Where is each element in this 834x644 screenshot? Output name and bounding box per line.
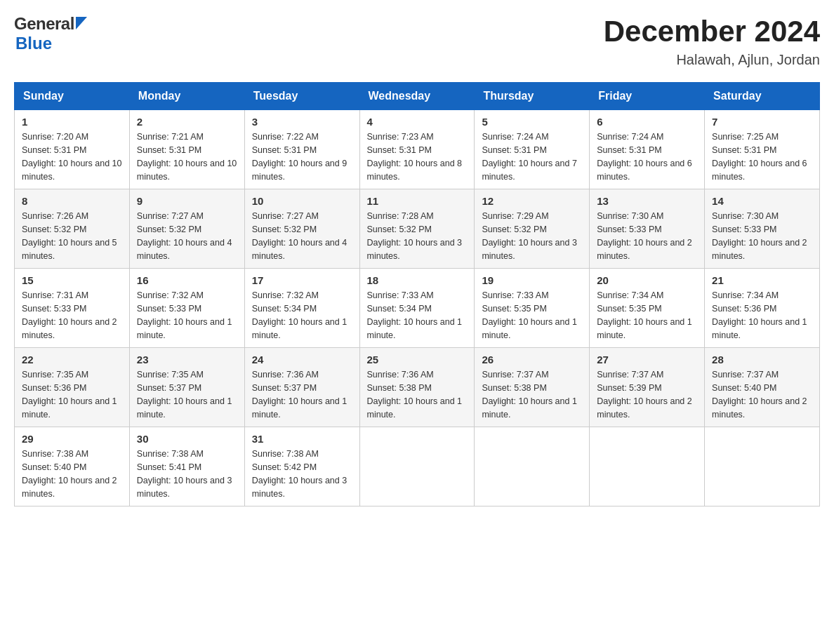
day-cell-21: 21 Sunrise: 7:34 AMSunset: 5:36 PMDaylig… [705, 269, 820, 348]
day-info: Sunrise: 7:26 AMSunset: 5:32 PMDaylight:… [22, 210, 122, 262]
day-number: 19 [482, 274, 582, 286]
day-number: 13 [597, 195, 697, 207]
day-cell-26: 26 Sunrise: 7:37 AMSunset: 5:38 PMDaylig… [475, 348, 590, 427]
day-info: Sunrise: 7:36 AMSunset: 5:38 PMDaylight:… [367, 368, 468, 421]
day-number: 26 [482, 354, 582, 365]
day-cell-27: 27 Sunrise: 7:37 AMSunset: 5:39 PMDaylig… [590, 348, 705, 427]
day-number: 10 [252, 195, 352, 207]
day-cell-11: 11 Sunrise: 7:28 AMSunset: 5:32 PMDaylig… [359, 189, 475, 269]
day-info: Sunrise: 7:33 AMSunset: 5:34 PMDaylight:… [367, 289, 468, 342]
header-cell-saturday: Saturday [705, 83, 820, 110]
day-cell-30: 30 Sunrise: 7:38 AMSunset: 5:41 PMDaylig… [129, 427, 244, 507]
logo-blue-text: Blue [15, 34, 52, 53]
day-cell-16: 16 Sunrise: 7:32 AMSunset: 5:33 PMDaylig… [129, 269, 244, 348]
header-cell-wednesday: Wednesday [359, 83, 475, 110]
day-cell-7: 7 Sunrise: 7:25 AMSunset: 5:31 PMDayligh… [705, 110, 820, 189]
day-info: Sunrise: 7:24 AMSunset: 5:31 PMDaylight:… [597, 130, 697, 183]
day-info: Sunrise: 7:28 AMSunset: 5:32 PMDaylight:… [367, 210, 468, 262]
day-cell-4: 4 Sunrise: 7:23 AMSunset: 5:31 PMDayligh… [359, 110, 475, 189]
day-number: 5 [482, 116, 582, 128]
day-info: Sunrise: 7:38 AMSunset: 5:41 PMDaylight:… [137, 448, 237, 500]
day-cell-18: 18 Sunrise: 7:33 AMSunset: 5:34 PMDaylig… [359, 269, 475, 348]
empty-cell [590, 427, 705, 507]
day-cell-5: 5 Sunrise: 7:24 AMSunset: 5:31 PMDayligh… [475, 110, 590, 189]
day-cell-24: 24 Sunrise: 7:36 AMSunset: 5:37 PMDaylig… [244, 348, 359, 427]
day-info: Sunrise: 7:37 AMSunset: 5:38 PMDaylight:… [482, 368, 582, 421]
day-number: 31 [252, 433, 352, 445]
header-cell-thursday: Thursday [475, 83, 590, 110]
day-info: Sunrise: 7:37 AMSunset: 5:39 PMDaylight:… [597, 368, 697, 421]
day-number: 16 [137, 274, 237, 286]
day-number: 9 [137, 195, 237, 207]
day-number: 3 [252, 116, 352, 128]
header-cell-sunday: Sunday [15, 83, 130, 110]
calendar-title: December 2024 [604, 14, 820, 49]
day-cell-20: 20 Sunrise: 7:34 AMSunset: 5:35 PMDaylig… [590, 269, 705, 348]
day-cell-3: 3 Sunrise: 7:22 AMSunset: 5:31 PMDayligh… [244, 110, 359, 189]
day-info: Sunrise: 7:21 AMSunset: 5:31 PMDaylight:… [137, 130, 237, 183]
day-cell-23: 23 Sunrise: 7:35 AMSunset: 5:37 PMDaylig… [129, 348, 244, 427]
day-cell-25: 25 Sunrise: 7:36 AMSunset: 5:38 PMDaylig… [359, 348, 475, 427]
day-cell-2: 2 Sunrise: 7:21 AMSunset: 5:31 PMDayligh… [129, 110, 244, 189]
day-info: Sunrise: 7:34 AMSunset: 5:35 PMDaylight:… [597, 289, 697, 342]
week-row-3: 15 Sunrise: 7:31 AMSunset: 5:33 PMDaylig… [15, 269, 820, 348]
week-row-2: 8 Sunrise: 7:26 AMSunset: 5:32 PMDayligh… [15, 189, 820, 269]
day-number: 2 [137, 116, 237, 128]
day-number: 21 [712, 274, 812, 286]
day-info: Sunrise: 7:25 AMSunset: 5:31 PMDaylight:… [712, 130, 812, 183]
day-cell-14: 14 Sunrise: 7:30 AMSunset: 5:33 PMDaylig… [705, 189, 820, 269]
day-info: Sunrise: 7:30 AMSunset: 5:33 PMDaylight:… [597, 210, 697, 262]
day-info: Sunrise: 7:27 AMSunset: 5:32 PMDaylight:… [137, 210, 237, 262]
header-cell-monday: Monday [129, 83, 244, 110]
logo-general-text: General [14, 14, 74, 34]
day-number: 18 [367, 274, 468, 286]
day-cell-9: 9 Sunrise: 7:27 AMSunset: 5:32 PMDayligh… [129, 189, 244, 269]
day-number: 1 [22, 116, 122, 128]
day-number: 29 [22, 433, 122, 445]
day-info: Sunrise: 7:32 AMSunset: 5:33 PMDaylight:… [137, 289, 237, 342]
day-cell-31: 31 Sunrise: 7:38 AMSunset: 5:42 PMDaylig… [244, 427, 359, 507]
day-info: Sunrise: 7:30 AMSunset: 5:33 PMDaylight:… [712, 210, 812, 262]
day-number: 11 [367, 195, 468, 207]
calendar-table: SundayMondayTuesdayWednesdayThursdayFrid… [14, 82, 820, 507]
header-row: SundayMondayTuesdayWednesdayThursdayFrid… [15, 83, 820, 110]
day-cell-1: 1 Sunrise: 7:20 AMSunset: 5:31 PMDayligh… [15, 110, 130, 189]
page-header: General Blue December 2024 Halawah, Ajlu… [14, 14, 820, 68]
day-info: Sunrise: 7:38 AMSunset: 5:40 PMDaylight:… [22, 448, 122, 500]
week-row-5: 29 Sunrise: 7:38 AMSunset: 5:40 PMDaylig… [15, 427, 820, 507]
day-cell-6: 6 Sunrise: 7:24 AMSunset: 5:31 PMDayligh… [590, 110, 705, 189]
day-cell-12: 12 Sunrise: 7:29 AMSunset: 5:32 PMDaylig… [475, 189, 590, 269]
day-number: 17 [252, 274, 352, 286]
day-info: Sunrise: 7:22 AMSunset: 5:31 PMDaylight:… [252, 130, 352, 183]
day-info: Sunrise: 7:29 AMSunset: 5:32 PMDaylight:… [482, 210, 582, 262]
day-number: 7 [712, 116, 812, 128]
day-number: 25 [367, 354, 468, 365]
day-number: 15 [22, 274, 122, 286]
day-number: 14 [712, 195, 812, 207]
day-info: Sunrise: 7:38 AMSunset: 5:42 PMDaylight:… [252, 448, 352, 500]
day-info: Sunrise: 7:35 AMSunset: 5:37 PMDaylight:… [137, 368, 237, 421]
empty-cell [705, 427, 820, 507]
day-cell-17: 17 Sunrise: 7:32 AMSunset: 5:34 PMDaylig… [244, 269, 359, 348]
day-info: Sunrise: 7:24 AMSunset: 5:31 PMDaylight:… [482, 130, 582, 183]
calendar-subtitle: Halawah, Ajlun, Jordan [604, 52, 820, 68]
day-number: 20 [597, 274, 697, 286]
header-cell-tuesday: Tuesday [244, 83, 359, 110]
empty-cell [359, 427, 475, 507]
logo-triangle-icon [76, 17, 87, 29]
header-cell-friday: Friday [590, 83, 705, 110]
week-row-4: 22 Sunrise: 7:35 AMSunset: 5:36 PMDaylig… [15, 348, 820, 427]
day-info: Sunrise: 7:31 AMSunset: 5:33 PMDaylight:… [22, 289, 122, 342]
day-cell-19: 19 Sunrise: 7:33 AMSunset: 5:35 PMDaylig… [475, 269, 590, 348]
day-number: 28 [712, 354, 812, 365]
day-number: 6 [597, 116, 697, 128]
day-info: Sunrise: 7:36 AMSunset: 5:37 PMDaylight:… [252, 368, 352, 421]
day-cell-8: 8 Sunrise: 7:26 AMSunset: 5:32 PMDayligh… [15, 189, 130, 269]
day-number: 30 [137, 433, 237, 445]
day-cell-22: 22 Sunrise: 7:35 AMSunset: 5:36 PMDaylig… [15, 348, 130, 427]
day-info: Sunrise: 7:20 AMSunset: 5:31 PMDaylight:… [22, 130, 122, 183]
day-info: Sunrise: 7:37 AMSunset: 5:40 PMDaylight:… [712, 368, 812, 421]
day-number: 27 [597, 354, 697, 365]
day-cell-15: 15 Sunrise: 7:31 AMSunset: 5:33 PMDaylig… [15, 269, 130, 348]
day-info: Sunrise: 7:35 AMSunset: 5:36 PMDaylight:… [22, 368, 122, 421]
